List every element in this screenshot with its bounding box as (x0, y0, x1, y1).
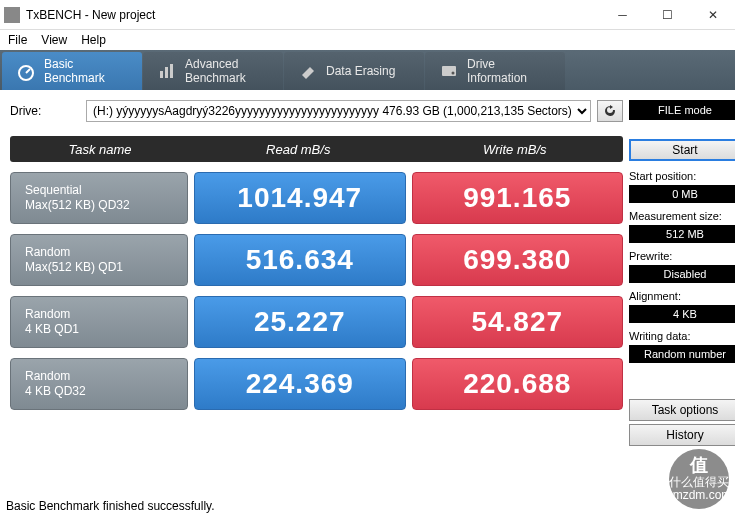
task-options-button[interactable]: Task options (629, 399, 735, 421)
task-name[interactable]: SequentialMax(512 KB) QD32 (10, 172, 188, 224)
tab-label: Drive (467, 57, 495, 71)
close-button[interactable]: ✕ (690, 0, 735, 30)
status-bar: Basic Benchmark finished successfully. (6, 499, 215, 513)
tab-label: Benchmark (185, 71, 246, 85)
svg-point-6 (452, 72, 455, 75)
gauge-icon (16, 61, 36, 81)
svg-line-1 (26, 69, 30, 73)
measurement-size-value[interactable]: 512 MB (629, 225, 735, 243)
task-name[interactable]: RandomMax(512 KB) QD1 (10, 234, 188, 286)
tab-data-erasing[interactable]: Data Erasing (284, 52, 424, 90)
measurement-size-label: Measurement size: (629, 210, 735, 222)
results-header: Task name Read mB/s Write mB/s (10, 136, 623, 162)
watermark: 值 什么值得买 smzdm.com (669, 449, 729, 509)
write-value: 699.380 (412, 234, 624, 286)
header-write: Write mB/s (407, 142, 624, 157)
app-icon (4, 7, 20, 23)
tab-basic-benchmark[interactable]: BasicBenchmark (2, 52, 142, 90)
test-row: Random4 KB QD125.22754.827 (10, 296, 623, 348)
task-name[interactable]: Random4 KB QD32 (10, 358, 188, 410)
menu-help[interactable]: Help (81, 33, 106, 47)
svg-rect-3 (165, 67, 168, 78)
test-row: Random4 KB QD32224.369220.688 (10, 358, 623, 410)
read-value: 224.369 (194, 358, 406, 410)
writing-data-value[interactable]: Random number (629, 345, 735, 363)
tab-label: Benchmark (44, 71, 105, 85)
tab-bar: BasicBenchmark AdvancedBenchmark Data Er… (0, 50, 735, 90)
read-value: 1014.947 (194, 172, 406, 224)
prewrite-value[interactable]: Disabled (629, 265, 735, 283)
tab-drive-information[interactable]: DriveInformation (425, 52, 565, 90)
alignment-label: Alignment: (629, 290, 735, 302)
tab-advanced-benchmark[interactable]: AdvancedBenchmark (143, 52, 283, 90)
start-position-label: Start position: (629, 170, 735, 182)
menu-file[interactable]: File (8, 33, 27, 47)
tab-label: Information (467, 71, 527, 85)
test-row: RandomMax(512 KB) QD1516.634699.380 (10, 234, 623, 286)
tab-label: Advanced (185, 57, 238, 71)
svg-rect-4 (170, 64, 173, 78)
writing-data-label: Writing data: (629, 330, 735, 342)
alignment-value[interactable]: 4 KB (629, 305, 735, 323)
header-read: Read mB/s (190, 142, 407, 157)
read-value: 25.227 (194, 296, 406, 348)
test-row: SequentialMax(512 KB) QD321014.947991.16… (10, 172, 623, 224)
task-name[interactable]: Random4 KB QD1 (10, 296, 188, 348)
file-mode-indicator: FILE mode (629, 100, 735, 120)
tab-label: Data Erasing (326, 64, 395, 78)
write-value: 220.688 (412, 358, 624, 410)
start-button[interactable]: Start (629, 139, 735, 161)
tab-label: Basic (44, 57, 73, 71)
titlebar: TxBENCH - New project ─ ☐ ✕ (0, 0, 735, 30)
menu-view[interactable]: View (41, 33, 67, 47)
start-position-value[interactable]: 0 MB (629, 185, 735, 203)
window-title: TxBENCH - New project (26, 8, 155, 22)
write-value: 991.165 (412, 172, 624, 224)
drive-label: Drive: (10, 104, 80, 118)
disk-icon (439, 61, 459, 81)
maximize-button[interactable]: ☐ (645, 0, 690, 30)
minimize-button[interactable]: ─ (600, 0, 645, 30)
erase-icon (298, 61, 318, 81)
history-button[interactable]: History (629, 424, 735, 446)
bars-icon (157, 61, 177, 81)
write-value: 54.827 (412, 296, 624, 348)
refresh-button[interactable] (597, 100, 623, 122)
prewrite-label: Prewrite: (629, 250, 735, 262)
drive-select[interactable]: (H:) yýyyyyysAagdryý3226yyyyyyyyyyyyyyyy… (86, 100, 591, 122)
read-value: 516.634 (194, 234, 406, 286)
drive-row: Drive: (H:) yýyyyyysAagdryý3226yyyyyyyyy… (10, 100, 623, 122)
svg-rect-5 (442, 66, 456, 76)
side-panel: FILE mode Start Start position: 0 MB Mea… (629, 100, 735, 446)
menubar: File View Help (0, 30, 735, 50)
header-task: Task name (10, 142, 190, 157)
svg-rect-2 (160, 71, 163, 78)
